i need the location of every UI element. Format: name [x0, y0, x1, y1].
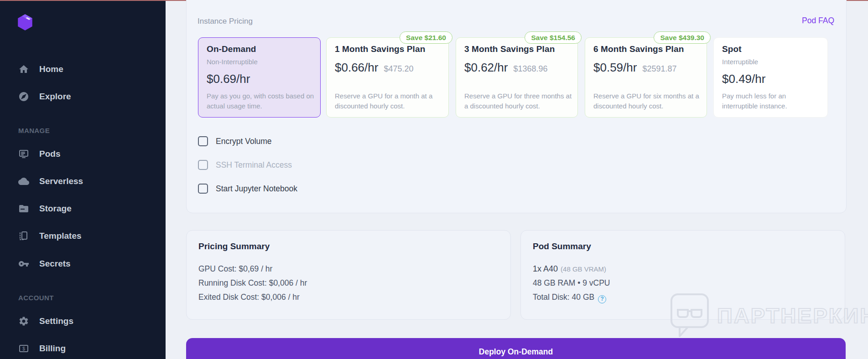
folder-icon	[18, 203, 29, 214]
pricing-card-3-month[interactable]: Save $154.56 3 Month Savings Plan $0.62/…	[456, 37, 578, 118]
sidebar-item-templates[interactable]: Templates	[18, 230, 82, 242]
ram-cpu-line: 48 GB RAM • 9 vCPU	[533, 276, 833, 290]
pricing-summary-card: Pricing Summary GPU Cost: $0,69 / hr Run…	[186, 230, 511, 320]
card-total-price: $1368.96	[513, 64, 547, 74]
pod-summary-title: Pod Summary	[533, 241, 833, 251]
instance-pricing-label: Instance Pricing	[198, 17, 253, 26]
card-subtitle: Interruptible	[722, 58, 820, 66]
pod-faq-link[interactable]: Pod FAQ	[802, 16, 834, 26]
checkbox-box	[198, 160, 208, 170]
exited-disk-cost-line: Exited Disk Cost: $0,006 / hr	[198, 290, 499, 304]
compass-icon	[18, 91, 29, 102]
running-disk-cost-line: Running Disk Cost: $0,006 / hr	[198, 276, 499, 290]
pods-icon	[18, 149, 29, 159]
gpu-vram: (48 GB VRAM)	[561, 265, 606, 273]
key-icon	[18, 258, 29, 269]
deploy-on-demand-button[interactable]: Deploy On-Demand	[186, 338, 846, 359]
sidebar-item-label: Billing	[39, 344, 66, 354]
total-disk-text: Total Disk: 40 GB	[533, 292, 594, 302]
app-window: Home Explore MANAGE Pods Serverless Stor…	[0, 0, 868, 359]
sidebar-item-serverless[interactable]: Serverless	[18, 175, 83, 188]
card-title: 1 Month Savings Plan	[335, 44, 441, 54]
card-description: Pay much less for an interruptible insta…	[722, 91, 822, 111]
sidebar-item-storage[interactable]: Storage	[18, 202, 72, 215]
checkbox-encrypt-volume[interactable]: Encrypt Volume	[198, 135, 272, 147]
sidebar-item-pods[interactable]: Pods	[18, 148, 60, 160]
sidebar-item-label: Settings	[39, 316, 73, 326]
checkbox-label: Start Jupyter Notebook	[216, 184, 297, 194]
checkbox-label: SSH Terminal Access	[216, 160, 292, 170]
sidebar-item-label: Templates	[39, 231, 82, 241]
billing-icon: $	[18, 343, 29, 354]
gpu-name: 1x A40	[533, 264, 558, 273]
sidebar: Home Explore MANAGE Pods Serverless Stor…	[0, 1, 166, 359]
gpu-spec-line: 1x A40(48 GB VRAM)	[533, 262, 833, 276]
template-icon	[18, 231, 29, 241]
sidebar-item-secrets[interactable]: Secrets	[18, 257, 71, 270]
pricing-card-on-demand[interactable]: On-Demand Non-Interruptible $0.69/hr Pay…	[198, 37, 321, 118]
pricing-card-1-month[interactable]: Save $21.60 1 Month Savings Plan $0.66/h…	[326, 37, 449, 118]
card-total-price: $475.20	[384, 64, 413, 74]
sidebar-item-settings[interactable]: Settings	[18, 315, 73, 328]
home-icon	[18, 64, 29, 75]
card-description: Pay as you go, with costs based on actua…	[207, 91, 315, 111]
card-subtitle: Non-Interruptible	[207, 58, 313, 66]
svg-text:$: $	[22, 346, 25, 351]
sidebar-item-label: Pods	[39, 149, 60, 159]
cloud-icon	[18, 176, 29, 187]
sidebar-item-label: Serverless	[39, 176, 83, 186]
sidebar-section-account: ACCOUNT	[18, 294, 54, 302]
sidebar-item-label: Storage	[39, 204, 72, 214]
card-title: On-Demand	[207, 44, 313, 54]
pricing-card-spot[interactable]: Spot Interruptible $0.49/hr Pay much les…	[713, 37, 828, 118]
card-price: $0.62/hr	[464, 61, 508, 75]
card-total-price: $2591.87	[642, 64, 676, 74]
help-icon[interactable]: ?	[598, 295, 606, 303]
sidebar-item-label: Explore	[39, 92, 71, 102]
runpod-logo[interactable]	[16, 13, 35, 32]
checkbox-box[interactable]	[198, 184, 208, 194]
card-price: $0.59/hr	[593, 61, 637, 75]
instance-pricing-panel: Instance Pricing Pod FAQ On-Demand Non-I…	[186, 0, 847, 213]
card-description: Reserve a GPU for six months at a discou…	[593, 91, 701, 111]
savings-badge: Save $439.30	[654, 31, 711, 44]
gear-icon	[18, 316, 29, 327]
sidebar-item-label: Home	[39, 64, 63, 74]
checkbox-box[interactable]	[198, 136, 208, 146]
card-title: 3 Month Savings Plan	[464, 44, 570, 54]
savings-badge: Save $154.56	[525, 31, 582, 44]
card-title: Spot	[722, 44, 820, 54]
checkbox-label: Encrypt Volume	[216, 137, 272, 146]
card-description: Reserve a GPU for three months at a disc…	[464, 91, 572, 111]
card-price: $0.49/hr	[722, 72, 765, 86]
total-disk-line: Total Disk: 40 GB?	[533, 290, 833, 304]
card-title: 6 Month Savings Plan	[593, 44, 699, 54]
pod-summary-card: Pod Summary 1x A40(48 GB VRAM) 48 GB RAM…	[520, 230, 845, 320]
sidebar-item-explore[interactable]: Explore	[18, 90, 71, 103]
sidebar-section-manage: MANAGE	[18, 127, 50, 134]
card-price: $0.66/hr	[335, 61, 378, 75]
checkbox-start-jupyter-notebook[interactable]: Start Jupyter Notebook	[198, 183, 297, 195]
sidebar-item-home[interactable]: Home	[18, 63, 63, 76]
cube-logo-icon	[16, 13, 35, 32]
card-price: $0.69/hr	[207, 72, 250, 86]
gpu-cost-line: GPU Cost: $0,69 / hr	[198, 262, 499, 276]
checkbox-ssh-terminal-access: SSH Terminal Access	[198, 159, 292, 171]
sidebar-item-label: Secrets	[39, 259, 71, 269]
savings-badge: Save $21.60	[400, 31, 452, 44]
pricing-summary-title: Pricing Summary	[198, 241, 499, 251]
pricing-card-6-month[interactable]: Save $439.30 6 Month Savings Plan $0.59/…	[585, 37, 707, 118]
sidebar-item-billing[interactable]: $ Billing	[18, 342, 66, 355]
card-description: Reserve a GPU for a month at a discounte…	[335, 91, 443, 111]
